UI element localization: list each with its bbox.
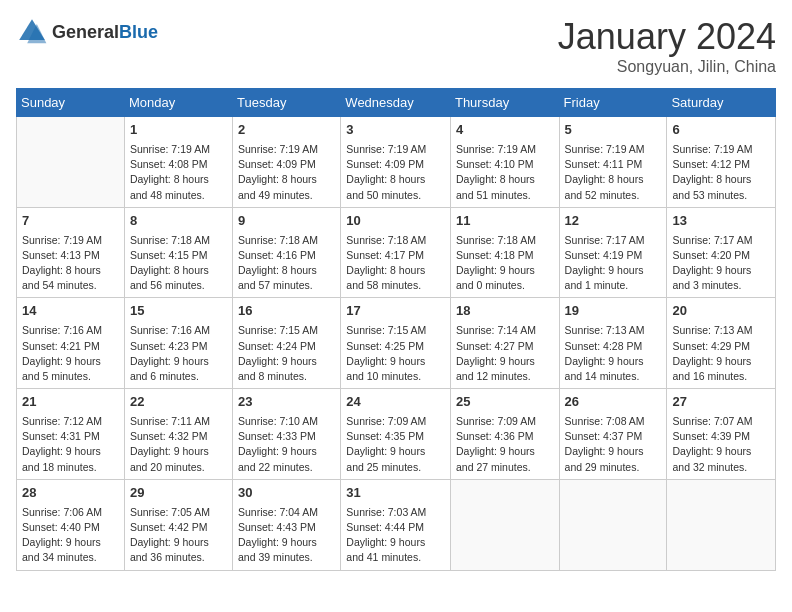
day-number: 17 [346,302,445,321]
day-info: Sunrise: 7:18 AMSunset: 4:18 PMDaylight:… [456,233,554,294]
calendar-cell: 30Sunrise: 7:04 AMSunset: 4:43 PMDayligh… [233,479,341,570]
day-info: Sunrise: 7:11 AMSunset: 4:32 PMDaylight:… [130,414,227,475]
day-header-friday: Friday [559,89,667,117]
day-header-saturday: Saturday [667,89,776,117]
day-number: 30 [238,484,335,503]
day-info: Sunrise: 7:08 AMSunset: 4:37 PMDaylight:… [565,414,662,475]
day-header-thursday: Thursday [450,89,559,117]
calendar-cell: 11Sunrise: 7:18 AMSunset: 4:18 PMDayligh… [450,207,559,298]
day-number: 1 [130,121,227,140]
day-number: 28 [22,484,119,503]
calendar-cell: 24Sunrise: 7:09 AMSunset: 4:35 PMDayligh… [341,389,451,480]
calendar-cell: 13Sunrise: 7:17 AMSunset: 4:20 PMDayligh… [667,207,776,298]
day-number: 12 [565,212,662,231]
day-number: 10 [346,212,445,231]
day-info: Sunrise: 7:19 AMSunset: 4:09 PMDaylight:… [346,142,445,203]
day-number: 22 [130,393,227,412]
day-number: 23 [238,393,335,412]
calendar-cell: 22Sunrise: 7:11 AMSunset: 4:32 PMDayligh… [124,389,232,480]
day-info: Sunrise: 7:17 AMSunset: 4:20 PMDaylight:… [672,233,770,294]
calendar-header-row: SundayMondayTuesdayWednesdayThursdayFrid… [17,89,776,117]
calendar-cell: 28Sunrise: 7:06 AMSunset: 4:40 PMDayligh… [17,479,125,570]
day-number: 27 [672,393,770,412]
calendar-cell: 20Sunrise: 7:13 AMSunset: 4:29 PMDayligh… [667,298,776,389]
day-info: Sunrise: 7:15 AMSunset: 4:24 PMDaylight:… [238,323,335,384]
day-info: Sunrise: 7:13 AMSunset: 4:29 PMDaylight:… [672,323,770,384]
day-header-wednesday: Wednesday [341,89,451,117]
day-number: 11 [456,212,554,231]
calendar-cell: 3Sunrise: 7:19 AMSunset: 4:09 PMDaylight… [341,117,451,208]
calendar-cell: 7Sunrise: 7:19 AMSunset: 4:13 PMDaylight… [17,207,125,298]
day-info: Sunrise: 7:18 AMSunset: 4:16 PMDaylight:… [238,233,335,294]
calendar-cell: 15Sunrise: 7:16 AMSunset: 4:23 PMDayligh… [124,298,232,389]
day-info: Sunrise: 7:19 AMSunset: 4:13 PMDaylight:… [22,233,119,294]
day-info: Sunrise: 7:12 AMSunset: 4:31 PMDaylight:… [22,414,119,475]
day-info: Sunrise: 7:16 AMSunset: 4:21 PMDaylight:… [22,323,119,384]
calendar-cell: 17Sunrise: 7:15 AMSunset: 4:25 PMDayligh… [341,298,451,389]
day-number: 5 [565,121,662,140]
calendar-week-5: 28Sunrise: 7:06 AMSunset: 4:40 PMDayligh… [17,479,776,570]
calendar-cell: 29Sunrise: 7:05 AMSunset: 4:42 PMDayligh… [124,479,232,570]
calendar-cell: 23Sunrise: 7:10 AMSunset: 4:33 PMDayligh… [233,389,341,480]
day-number: 25 [456,393,554,412]
calendar-cell: 21Sunrise: 7:12 AMSunset: 4:31 PMDayligh… [17,389,125,480]
calendar-week-3: 14Sunrise: 7:16 AMSunset: 4:21 PMDayligh… [17,298,776,389]
day-info: Sunrise: 7:14 AMSunset: 4:27 PMDaylight:… [456,323,554,384]
day-number: 26 [565,393,662,412]
day-info: Sunrise: 7:17 AMSunset: 4:19 PMDaylight:… [565,233,662,294]
calendar-week-2: 7Sunrise: 7:19 AMSunset: 4:13 PMDaylight… [17,207,776,298]
title-block: January 2024 Songyuan, Jilin, China [558,16,776,76]
calendar-cell: 1Sunrise: 7:19 AMSunset: 4:08 PMDaylight… [124,117,232,208]
calendar-table: SundayMondayTuesdayWednesdayThursdayFrid… [16,88,776,571]
day-info: Sunrise: 7:15 AMSunset: 4:25 PMDaylight:… [346,323,445,384]
calendar-cell: 2Sunrise: 7:19 AMSunset: 4:09 PMDaylight… [233,117,341,208]
location-title: Songyuan, Jilin, China [558,58,776,76]
day-info: Sunrise: 7:06 AMSunset: 4:40 PMDaylight:… [22,505,119,566]
day-info: Sunrise: 7:05 AMSunset: 4:42 PMDaylight:… [130,505,227,566]
calendar-cell: 18Sunrise: 7:14 AMSunset: 4:27 PMDayligh… [450,298,559,389]
day-info: Sunrise: 7:16 AMSunset: 4:23 PMDaylight:… [130,323,227,384]
day-number: 14 [22,302,119,321]
day-header-monday: Monday [124,89,232,117]
day-number: 4 [456,121,554,140]
day-number: 20 [672,302,770,321]
calendar-week-1: 1Sunrise: 7:19 AMSunset: 4:08 PMDaylight… [17,117,776,208]
day-header-sunday: Sunday [17,89,125,117]
day-info: Sunrise: 7:09 AMSunset: 4:35 PMDaylight:… [346,414,445,475]
calendar-cell: 27Sunrise: 7:07 AMSunset: 4:39 PMDayligh… [667,389,776,480]
calendar-cell: 9Sunrise: 7:18 AMSunset: 4:16 PMDaylight… [233,207,341,298]
day-number: 29 [130,484,227,503]
calendar-cell: 26Sunrise: 7:08 AMSunset: 4:37 PMDayligh… [559,389,667,480]
day-number: 6 [672,121,770,140]
day-number: 8 [130,212,227,231]
calendar-week-4: 21Sunrise: 7:12 AMSunset: 4:31 PMDayligh… [17,389,776,480]
day-info: Sunrise: 7:19 AMSunset: 4:12 PMDaylight:… [672,142,770,203]
day-number: 3 [346,121,445,140]
day-info: Sunrise: 7:19 AMSunset: 4:11 PMDaylight:… [565,142,662,203]
day-number: 31 [346,484,445,503]
day-number: 15 [130,302,227,321]
calendar-cell: 16Sunrise: 7:15 AMSunset: 4:24 PMDayligh… [233,298,341,389]
logo-blue: Blue [119,22,158,42]
day-number: 18 [456,302,554,321]
day-number: 9 [238,212,335,231]
day-info: Sunrise: 7:04 AMSunset: 4:43 PMDaylight:… [238,505,335,566]
calendar-cell: 12Sunrise: 7:17 AMSunset: 4:19 PMDayligh… [559,207,667,298]
day-info: Sunrise: 7:18 AMSunset: 4:15 PMDaylight:… [130,233,227,294]
day-header-tuesday: Tuesday [233,89,341,117]
calendar-cell: 10Sunrise: 7:18 AMSunset: 4:17 PMDayligh… [341,207,451,298]
calendar-cell: 14Sunrise: 7:16 AMSunset: 4:21 PMDayligh… [17,298,125,389]
day-number: 7 [22,212,119,231]
day-info: Sunrise: 7:13 AMSunset: 4:28 PMDaylight:… [565,323,662,384]
month-title: January 2024 [558,16,776,58]
day-info: Sunrise: 7:10 AMSunset: 4:33 PMDaylight:… [238,414,335,475]
calendar-cell [450,479,559,570]
calendar-cell [17,117,125,208]
calendar-cell: 8Sunrise: 7:18 AMSunset: 4:15 PMDaylight… [124,207,232,298]
calendar-cell: 4Sunrise: 7:19 AMSunset: 4:10 PMDaylight… [450,117,559,208]
day-info: Sunrise: 7:09 AMSunset: 4:36 PMDaylight:… [456,414,554,475]
day-number: 19 [565,302,662,321]
day-number: 24 [346,393,445,412]
calendar-cell: 6Sunrise: 7:19 AMSunset: 4:12 PMDaylight… [667,117,776,208]
logo-text: GeneralBlue [52,22,158,43]
